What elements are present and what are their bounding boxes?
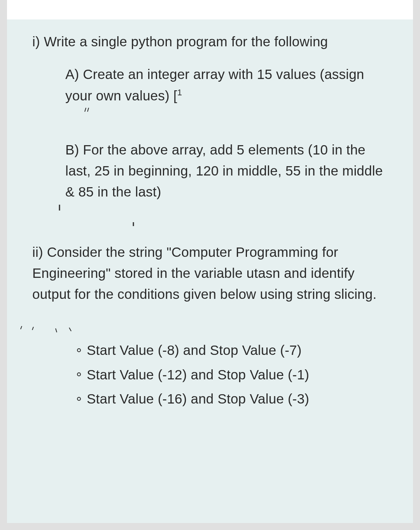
question-2-intro: ii) Consider the string "Computer Progra… <box>32 242 394 305</box>
top-white-bar <box>7 0 413 19</box>
bullet-icon <box>77 397 81 401</box>
list-item: Start Value (-12) and Stop Value (-1) <box>77 364 394 385</box>
part-a-superscript: 1 <box>177 88 182 97</box>
question-1-intro-text: i) Write a single python program for the… <box>32 34 328 49</box>
document-frame: i) Write a single python program for the… <box>0 0 420 530</box>
part-b-text: B) For the above array, add 5 elements (… <box>65 142 383 200</box>
question-2-intro-text: ii) Consider the string "Computer Progra… <box>32 244 376 302</box>
question-1-intro: i) Write a single python program for the… <box>32 31 394 52</box>
list-item-text: Start Value (-16) and Stop Value (-3) <box>87 391 309 406</box>
list-item-text: Start Value (-8) and Stop Value (-7) <box>87 342 302 358</box>
question-1-part-b: B) For the above array, add 5 elements (… <box>65 139 394 203</box>
list-item-text: Start Value (-12) and Stop Value (-1) <box>87 367 309 382</box>
bullet-icon <box>77 348 81 352</box>
bullet-icon <box>77 372 81 376</box>
question-1-subitems: A) Create an integer array with 15 value… <box>32 64 394 202</box>
document-content: i) Write a single python program for the… <box>7 31 413 409</box>
list-item: Start Value (-8) and Stop Value (-7) <box>77 340 394 361</box>
list-item: Start Value (-16) and Stop Value (-3) <box>77 388 394 409</box>
question-1-part-a: A) Create an integer array with 15 value… <box>65 64 394 106</box>
scribble-mark-2 <box>299 85 357 105</box>
part-a-text: A) Create an integer array with 15 value… <box>65 67 364 103</box>
scribble-mark-3 <box>52 201 161 228</box>
question-2-list: Start Value (-8) and Stop Value (-7) Sta… <box>32 340 394 409</box>
scribble-mark-1 <box>48 105 118 126</box>
